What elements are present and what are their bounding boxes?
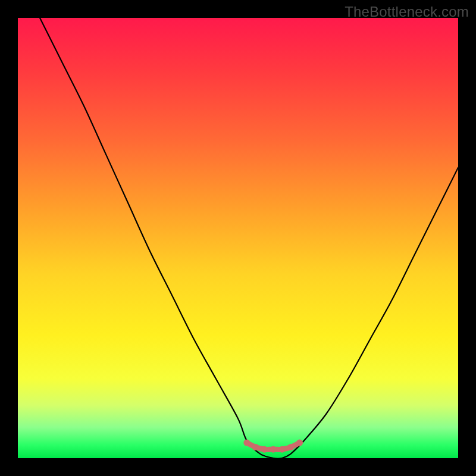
svg-point-1 <box>252 444 259 450</box>
bottleneck-curve-line <box>40 18 458 458</box>
chart-frame: TheBottleneck.com <box>0 0 476 476</box>
svg-point-0 <box>243 440 250 446</box>
svg-point-6 <box>296 440 303 446</box>
svg-point-2 <box>261 446 268 453</box>
svg-point-3 <box>270 446 277 453</box>
chart-svg <box>18 18 458 458</box>
plot-area <box>18 18 458 458</box>
svg-point-4 <box>279 446 286 453</box>
svg-point-5 <box>287 444 294 450</box>
